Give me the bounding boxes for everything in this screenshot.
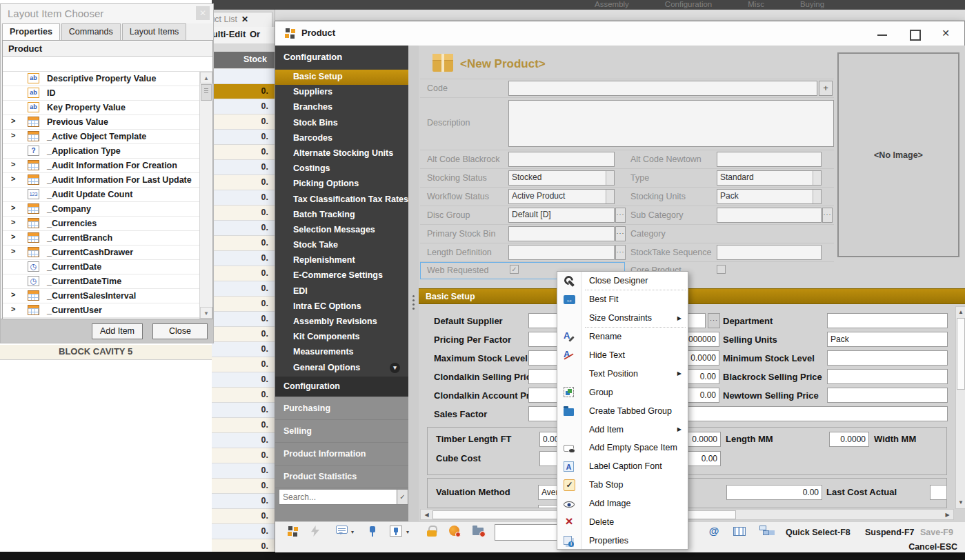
dialog-close-icon[interactable]: ✕ — [196, 6, 210, 20]
table-row[interactable]: 0. — [212, 448, 275, 463]
sidebar-section[interactable]: Product Information — [275, 443, 408, 466]
close-button[interactable]: Close — [152, 323, 208, 339]
web-requested-checkbox[interactable]: ✓ — [510, 265, 519, 274]
table-row[interactable]: 0. — [212, 402, 275, 417]
property-item[interactable]: > _Currencies — [3, 217, 200, 231]
table-row[interactable] — [212, 68, 275, 83]
app-menu-item[interactable]: Misc — [748, 0, 764, 10]
property-item[interactable]: > _CurrentDateTime — [3, 274, 200, 289]
stock-column-header[interactable]: Stock — [212, 52, 275, 68]
sidebar-item[interactable]: Stock Bins ▾ — [275, 116, 408, 131]
sidebar-item[interactable]: E-Commerce Settings ▾ — [275, 268, 408, 283]
comment-icon[interactable] — [336, 526, 348, 534]
sidebar-item[interactable]: Suppliers ▾ — [275, 85, 408, 100]
scroll-down-icon[interactable]: ▼ — [200, 307, 212, 319]
minimum-stock-level-field[interactable] — [827, 350, 948, 366]
maximize-icon[interactable] — [898, 24, 930, 43]
table-row[interactable]: 0. — [212, 463, 275, 478]
sidebar-item[interactable]: Selection Messages ▾ — [275, 223, 408, 238]
scroll-up-icon[interactable]: ▲ — [957, 308, 965, 317]
dialog-titlebar[interactable]: Layout Item Chooser — [1, 4, 213, 23]
menu-item[interactable]: Properties ▶ — [557, 531, 688, 550]
property-item[interactable]: > _CurrentSalesInterval — [3, 289, 200, 303]
sync-ball-icon[interactable] — [449, 526, 459, 536]
order-button[interactable]: Or — [250, 29, 260, 39]
sidebar-item[interactable]: Assembly Revisions ▾ — [275, 314, 408, 330]
expand-arrow-icon[interactable]: > — [11, 232, 15, 241]
expand-arrow-icon[interactable]: > — [11, 290, 15, 299]
table-row[interactable]: 0. — [212, 266, 275, 281]
sidebar-item[interactable]: Costings ▾ — [275, 161, 408, 177]
menu-item[interactable]: Text Position ▶ — [557, 364, 688, 383]
filter-row[interactable] — [3, 57, 212, 72]
menu-item[interactable]: Best Fit ▶ — [557, 290, 688, 309]
minimize-icon[interactable] — [866, 24, 898, 43]
add-item-button[interactable]: Add Item — [92, 323, 143, 339]
app-menu-item[interactable]: Configuration — [665, 0, 712, 10]
chooser-tab[interactable]: Commands — [61, 23, 121, 40]
search-input[interactable] — [279, 489, 397, 505]
tab-close-icon[interactable]: ✕ — [241, 14, 248, 24]
expand-arrow-icon[interactable]: > — [11, 131, 15, 139]
table-row[interactable]: 0. — [212, 235, 275, 250]
menu-item[interactable]: Hide Text ▶ — [557, 346, 688, 365]
scroll-right-icon[interactable]: ▶ — [942, 510, 953, 519]
table-row[interactable]: 0. — [212, 250, 275, 266]
scroll-left-icon[interactable]: ◀ — [421, 510, 432, 519]
scroll-thumb[interactable] — [201, 84, 212, 101]
dropdown-icon[interactable] — [813, 190, 821, 203]
sidebar-item[interactable]: Picking Options ▾ — [275, 177, 408, 192]
table-row[interactable]: 0. — [212, 159, 275, 174]
sidebar-item[interactable]: Stock Take ▾ — [275, 238, 408, 253]
sidebar-section[interactable]: Product Statistics — [275, 466, 408, 488]
menu-item[interactable]: Create Tabbed Group ▶ — [557, 401, 688, 420]
sidebar-section[interactable]: Configuration — [275, 377, 408, 397]
save-button[interactable]: Save-F9 — [920, 528, 953, 537]
suspend-button[interactable]: Suspend-F7 — [865, 528, 915, 537]
table-row[interactable]: 0. — [212, 417, 275, 432]
sidebar-splitter[interactable] — [408, 46, 419, 521]
table-row[interactable]: 0. — [212, 523, 275, 539]
sidebar-item[interactable]: Alternate Stocking Units ▾ — [275, 146, 408, 161]
table-row-block-cavity[interactable]: BLOCK CAVITY 5 — [0, 345, 212, 360]
property-item[interactable]: > ID — [3, 86, 200, 101]
expand-arrow-icon[interactable]: > — [11, 218, 15, 226]
expand-arrow-icon[interactable]: > — [11, 160, 15, 168]
scroll-up-icon[interactable]: ▲ — [200, 72, 212, 83]
multi-edit-button[interactable]: Multi-Edit — [212, 29, 246, 39]
property-item[interactable]: > _Application Type — [3, 144, 200, 159]
code-field[interactable] — [508, 81, 817, 96]
department-field[interactable] — [827, 313, 948, 328]
menu-item[interactable]: Tab Stop ▶ — [557, 476, 688, 494]
menu-item[interactable]: Add Item ▶ — [557, 420, 688, 439]
table-row[interactable]: 0. — [212, 341, 275, 357]
menu-item[interactable]: Label Caption Font ▶ — [557, 457, 688, 476]
sidebar-item[interactable]: Barcodes ▾ — [275, 131, 408, 146]
table-row[interactable]: 0. — [212, 190, 275, 205]
sidebar-item[interactable]: Branches ▾ — [275, 100, 408, 115]
last-cost-actual-field[interactable]: 0.00 — [726, 485, 822, 500]
scroll-down-icon[interactable]: ▼ — [957, 498, 965, 508]
sub-category-field[interactable] — [717, 208, 822, 223]
menu-item[interactable]: Delete ▶ — [557, 513, 688, 532]
lightning-icon[interactable] — [311, 526, 319, 537]
chooser-tab[interactable]: Layout Items — [122, 23, 187, 40]
form-vscrollbar[interactable]: ▲ ▼ — [955, 306, 965, 509]
lock-icon[interactable] — [427, 526, 437, 537]
property-item[interactable]: > _CurrentBranch — [3, 231, 200, 246]
expand-arrow-icon[interactable]: > — [11, 305, 15, 313]
org-chart-icon[interactable] — [759, 526, 772, 535]
splitter-grip-icon[interactable] — [412, 295, 415, 297]
table-row[interactable]: 0. — [212, 281, 275, 296]
basic-setup-section-bar[interactable]: Basic Setup — [419, 288, 965, 304]
pin-box-icon[interactable] — [390, 526, 402, 537]
table-row[interactable]: 0. — [212, 432, 275, 448]
email-at-icon[interactable] — [708, 526, 720, 537]
expand-arrow-icon[interactable]: > — [11, 117, 15, 125]
alt-code-blackrock-field[interactable] — [508, 152, 615, 167]
disc-group-ellipsis-button[interactable]: ··· — [615, 208, 626, 223]
sidebar-item[interactable]: Basic Setup ▾ — [275, 70, 408, 85]
workflow-status-combo[interactable]: Active Product — [508, 189, 615, 204]
pin-icon[interactable] — [368, 526, 377, 537]
app-menu-item[interactable]: Assembly — [595, 0, 629, 10]
